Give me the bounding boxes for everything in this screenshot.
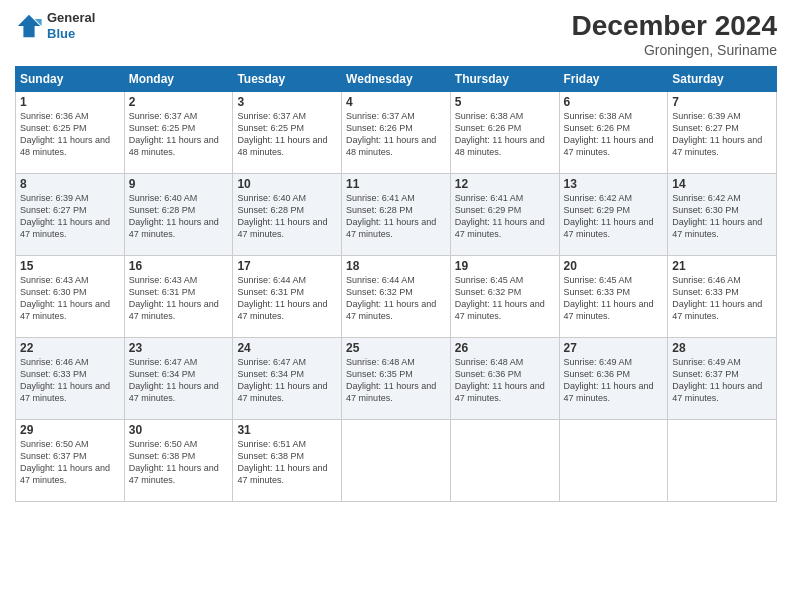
day-number: 11 bbox=[346, 177, 446, 191]
calendar-week-row: 29 Sunrise: 6:50 AMSunset: 6:37 PMDaylig… bbox=[16, 420, 777, 502]
table-row: 23 Sunrise: 6:47 AMSunset: 6:34 PMDaylig… bbox=[124, 338, 233, 420]
cell-info: Sunrise: 6:49 AMSunset: 6:37 PMDaylight:… bbox=[672, 357, 762, 403]
table-row: 11 Sunrise: 6:41 AMSunset: 6:28 PMDaylig… bbox=[342, 174, 451, 256]
table-row: 26 Sunrise: 6:48 AMSunset: 6:36 PMDaylig… bbox=[450, 338, 559, 420]
title-block: December 2024 Groningen, Suriname bbox=[572, 10, 777, 58]
day-number: 17 bbox=[237, 259, 337, 273]
cell-info: Sunrise: 6:44 AMSunset: 6:31 PMDaylight:… bbox=[237, 275, 327, 321]
day-number: 5 bbox=[455, 95, 555, 109]
cell-info: Sunrise: 6:42 AMSunset: 6:29 PMDaylight:… bbox=[564, 193, 654, 239]
cell-info: Sunrise: 6:42 AMSunset: 6:30 PMDaylight:… bbox=[672, 193, 762, 239]
calendar-table: Sunday Monday Tuesday Wednesday Thursday… bbox=[15, 66, 777, 502]
cell-info: Sunrise: 6:40 AMSunset: 6:28 PMDaylight:… bbox=[237, 193, 327, 239]
logo-blue: Blue bbox=[47, 26, 95, 42]
cell-info: Sunrise: 6:50 AMSunset: 6:38 PMDaylight:… bbox=[129, 439, 219, 485]
col-wednesday: Wednesday bbox=[342, 67, 451, 92]
day-number: 2 bbox=[129, 95, 229, 109]
table-row: 4 Sunrise: 6:37 AMSunset: 6:26 PMDayligh… bbox=[342, 92, 451, 174]
day-number: 7 bbox=[672, 95, 772, 109]
day-number: 24 bbox=[237, 341, 337, 355]
cell-info: Sunrise: 6:43 AMSunset: 6:31 PMDaylight:… bbox=[129, 275, 219, 321]
cell-info: Sunrise: 6:46 AMSunset: 6:33 PMDaylight:… bbox=[20, 357, 110, 403]
table-row: 9 Sunrise: 6:40 AMSunset: 6:28 PMDayligh… bbox=[124, 174, 233, 256]
calendar-header-row: Sunday Monday Tuesday Wednesday Thursday… bbox=[16, 67, 777, 92]
table-row: 14 Sunrise: 6:42 AMSunset: 6:30 PMDaylig… bbox=[668, 174, 777, 256]
table-row: 10 Sunrise: 6:40 AMSunset: 6:28 PMDaylig… bbox=[233, 174, 342, 256]
col-saturday: Saturday bbox=[668, 67, 777, 92]
calendar-week-row: 1 Sunrise: 6:36 AMSunset: 6:25 PMDayligh… bbox=[16, 92, 777, 174]
cell-info: Sunrise: 6:37 AMSunset: 6:25 PMDaylight:… bbox=[237, 111, 327, 157]
table-row: 12 Sunrise: 6:41 AMSunset: 6:29 PMDaylig… bbox=[450, 174, 559, 256]
table-row: 18 Sunrise: 6:44 AMSunset: 6:32 PMDaylig… bbox=[342, 256, 451, 338]
calendar-week-row: 15 Sunrise: 6:43 AMSunset: 6:30 PMDaylig… bbox=[16, 256, 777, 338]
table-row bbox=[559, 420, 668, 502]
cell-info: Sunrise: 6:36 AMSunset: 6:25 PMDaylight:… bbox=[20, 111, 110, 157]
table-row bbox=[668, 420, 777, 502]
table-row: 28 Sunrise: 6:49 AMSunset: 6:37 PMDaylig… bbox=[668, 338, 777, 420]
day-number: 16 bbox=[129, 259, 229, 273]
day-number: 13 bbox=[564, 177, 664, 191]
cell-info: Sunrise: 6:47 AMSunset: 6:34 PMDaylight:… bbox=[129, 357, 219, 403]
col-tuesday: Tuesday bbox=[233, 67, 342, 92]
day-number: 6 bbox=[564, 95, 664, 109]
table-row: 5 Sunrise: 6:38 AMSunset: 6:26 PMDayligh… bbox=[450, 92, 559, 174]
cell-info: Sunrise: 6:39 AMSunset: 6:27 PMDaylight:… bbox=[20, 193, 110, 239]
cell-info: Sunrise: 6:45 AMSunset: 6:33 PMDaylight:… bbox=[564, 275, 654, 321]
table-row bbox=[342, 420, 451, 502]
day-number: 19 bbox=[455, 259, 555, 273]
day-number: 30 bbox=[129, 423, 229, 437]
day-number: 15 bbox=[20, 259, 120, 273]
day-number: 8 bbox=[20, 177, 120, 191]
logo-text: General Blue bbox=[47, 10, 95, 41]
day-number: 28 bbox=[672, 341, 772, 355]
table-row: 20 Sunrise: 6:45 AMSunset: 6:33 PMDaylig… bbox=[559, 256, 668, 338]
day-number: 27 bbox=[564, 341, 664, 355]
calendar-week-row: 8 Sunrise: 6:39 AMSunset: 6:27 PMDayligh… bbox=[16, 174, 777, 256]
table-row: 27 Sunrise: 6:49 AMSunset: 6:36 PMDaylig… bbox=[559, 338, 668, 420]
table-row: 16 Sunrise: 6:43 AMSunset: 6:31 PMDaylig… bbox=[124, 256, 233, 338]
cell-info: Sunrise: 6:38 AMSunset: 6:26 PMDaylight:… bbox=[564, 111, 654, 157]
cell-info: Sunrise: 6:43 AMSunset: 6:30 PMDaylight:… bbox=[20, 275, 110, 321]
day-number: 14 bbox=[672, 177, 772, 191]
table-row: 13 Sunrise: 6:42 AMSunset: 6:29 PMDaylig… bbox=[559, 174, 668, 256]
day-number: 23 bbox=[129, 341, 229, 355]
main-title: December 2024 bbox=[572, 10, 777, 42]
day-number: 18 bbox=[346, 259, 446, 273]
table-row: 3 Sunrise: 6:37 AMSunset: 6:25 PMDayligh… bbox=[233, 92, 342, 174]
day-number: 25 bbox=[346, 341, 446, 355]
table-row: 2 Sunrise: 6:37 AMSunset: 6:25 PMDayligh… bbox=[124, 92, 233, 174]
cell-info: Sunrise: 6:37 AMSunset: 6:26 PMDaylight:… bbox=[346, 111, 436, 157]
day-number: 22 bbox=[20, 341, 120, 355]
col-monday: Monday bbox=[124, 67, 233, 92]
day-number: 10 bbox=[237, 177, 337, 191]
col-thursday: Thursday bbox=[450, 67, 559, 92]
logo-general: General bbox=[47, 10, 95, 26]
subtitle: Groningen, Suriname bbox=[572, 42, 777, 58]
page: General Blue December 2024 Groningen, Su… bbox=[0, 0, 792, 612]
table-row: 15 Sunrise: 6:43 AMSunset: 6:30 PMDaylig… bbox=[16, 256, 125, 338]
day-number: 31 bbox=[237, 423, 337, 437]
table-row: 17 Sunrise: 6:44 AMSunset: 6:31 PMDaylig… bbox=[233, 256, 342, 338]
table-row: 7 Sunrise: 6:39 AMSunset: 6:27 PMDayligh… bbox=[668, 92, 777, 174]
cell-info: Sunrise: 6:41 AMSunset: 6:28 PMDaylight:… bbox=[346, 193, 436, 239]
cell-info: Sunrise: 6:46 AMSunset: 6:33 PMDaylight:… bbox=[672, 275, 762, 321]
table-row bbox=[450, 420, 559, 502]
day-number: 21 bbox=[672, 259, 772, 273]
table-row: 30 Sunrise: 6:50 AMSunset: 6:38 PMDaylig… bbox=[124, 420, 233, 502]
table-row: 6 Sunrise: 6:38 AMSunset: 6:26 PMDayligh… bbox=[559, 92, 668, 174]
table-row: 1 Sunrise: 6:36 AMSunset: 6:25 PMDayligh… bbox=[16, 92, 125, 174]
table-row: 25 Sunrise: 6:48 AMSunset: 6:35 PMDaylig… bbox=[342, 338, 451, 420]
col-friday: Friday bbox=[559, 67, 668, 92]
day-number: 12 bbox=[455, 177, 555, 191]
cell-info: Sunrise: 6:40 AMSunset: 6:28 PMDaylight:… bbox=[129, 193, 219, 239]
cell-info: Sunrise: 6:45 AMSunset: 6:32 PMDaylight:… bbox=[455, 275, 545, 321]
day-number: 9 bbox=[129, 177, 229, 191]
day-number: 1 bbox=[20, 95, 120, 109]
col-sunday: Sunday bbox=[16, 67, 125, 92]
cell-info: Sunrise: 6:48 AMSunset: 6:35 PMDaylight:… bbox=[346, 357, 436, 403]
day-number: 26 bbox=[455, 341, 555, 355]
cell-info: Sunrise: 6:38 AMSunset: 6:26 PMDaylight:… bbox=[455, 111, 545, 157]
table-row: 22 Sunrise: 6:46 AMSunset: 6:33 PMDaylig… bbox=[16, 338, 125, 420]
table-row: 24 Sunrise: 6:47 AMSunset: 6:34 PMDaylig… bbox=[233, 338, 342, 420]
day-number: 4 bbox=[346, 95, 446, 109]
